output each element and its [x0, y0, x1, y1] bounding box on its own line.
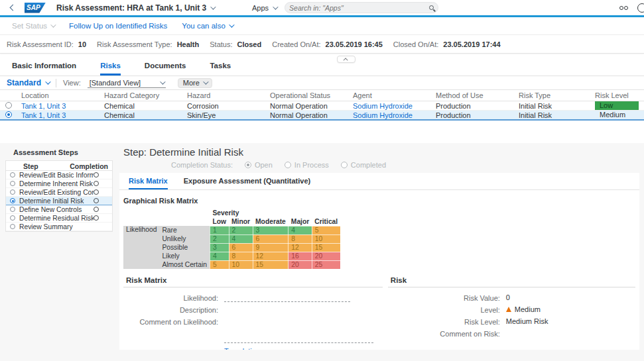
matrix-cell: 3 [253, 226, 289, 234]
follow-up-button[interactable]: Follow Up on Identified Risks [69, 22, 167, 30]
step-radio[interactable] [10, 172, 15, 178]
cell-location[interactable]: Tank 1, Unit 3 [16, 101, 99, 111]
more-button[interactable]: More [178, 78, 212, 88]
step-label: Define New Controls [19, 206, 94, 213]
you-can-also-button[interactable]: You can also [182, 22, 232, 30]
risks-table-header: Location Hazard Category Hazard Operatio… [0, 90, 644, 101]
set-status-button[interactable]: Set Status [12, 22, 54, 30]
col-risk-level[interactable]: Risk Level [590, 90, 644, 101]
matrix-cell: 12 [253, 252, 289, 260]
step-subtabs: Risk Matrix Exposure Assessment (Quantit… [119, 173, 639, 190]
translations-link[interactable]: Translations [224, 347, 373, 350]
you-can-also-label: You can also [182, 22, 225, 30]
forms-area: Risk Matrix Likelihood: Description: Com… [123, 276, 635, 350]
comment-risk-input[interactable] [506, 329, 606, 346]
radio-in-process[interactable] [285, 162, 291, 168]
select-column-header [0, 90, 16, 101]
comment-likelihood-input[interactable] [224, 317, 373, 335]
search-input[interactable] [289, 4, 429, 12]
app-title[interactable]: Risk Assessment: HRA at Tank 1, Unit 3 [56, 3, 214, 13]
step-row[interactable]: Determine Inherent Risk [6, 180, 112, 188]
back-icon[interactable] [10, 5, 17, 11]
col-location[interactable]: Location [16, 90, 99, 101]
subtab-risk-matrix[interactable]: Risk Matrix [129, 177, 168, 189]
step-row[interactable]: Review/Edit Existing Controls [6, 188, 112, 197]
risk-row[interactable]: Tank 1, Unit 3 Chemical Corrosion Normal… [0, 101, 644, 111]
likelihood-input[interactable] [224, 293, 350, 302]
row-radio[interactable] [5, 102, 12, 109]
profile-icon[interactable] [637, 3, 644, 13]
step-row[interactable]: Define New Controls [6, 205, 112, 214]
severity-columns-row: Low Minor Moderate Major Critical [123, 217, 340, 226]
col-method-of-use[interactable]: Method of Use [430, 90, 513, 101]
risk-value-row: Risk Value: 0 [388, 293, 635, 302]
completion-status-label: Completion Status: [171, 161, 233, 169]
step-radio[interactable] [10, 224, 15, 229]
header-field-status: Status: Closed [210, 40, 261, 48]
view-select[interactable]: [Standard View] [88, 78, 166, 88]
cell-location[interactable]: Tank 1, Unit 3 [16, 111, 99, 121]
assessment-steps-title: Assessment Steps [0, 143, 119, 160]
table-toolbar: Standard View: [Standard View] More [0, 76, 644, 90]
completion-option-in-process[interactable]: In Process [285, 161, 329, 169]
chevron-down-icon [273, 4, 278, 9]
comment-likelihood-row: Comment on Likelihood: Translations [123, 317, 383, 350]
risk-form-title: Risk [388, 276, 635, 287]
app-window: SAP Risk Assessment: HRA at Tank 1, Unit… [0, 0, 644, 361]
option-label: Completed [351, 161, 386, 169]
tab-basic-information[interactable]: Basic Information [12, 62, 76, 76]
radio-completed[interactable] [341, 162, 348, 168]
cell-agent[interactable]: Sodium Hydroxide [348, 111, 430, 121]
col-hazard-category[interactable]: Hazard Category [99, 90, 182, 101]
step-radio[interactable] [10, 198, 15, 203]
step-radio[interactable] [10, 189, 15, 195]
apps-label: Apps [252, 4, 269, 12]
comment-likelihood-input-line[interactable] [224, 335, 373, 343]
col-operational-status[interactable]: Operational Status [265, 90, 348, 101]
tab-risks[interactable]: Risks [100, 62, 121, 76]
standard-variant-dropdown[interactable]: Standard [7, 78, 49, 87]
radio-open[interactable] [245, 162, 251, 168]
binoculars-icon[interactable] [619, 6, 628, 10]
risk-row[interactable]: Tank 1, Unit 3 Chemical Skin/Eye Normal … [0, 111, 644, 121]
follow-up-label: Follow Up on Identified Risks [69, 22, 167, 30]
col-risk-type[interactable]: Risk Type [513, 90, 590, 101]
main-tabbar: Basic Information Risks Documents Tasks [0, 54, 644, 76]
row-radio[interactable] [5, 111, 12, 118]
step-radio[interactable] [10, 181, 15, 186]
search-icon[interactable] [429, 5, 434, 10]
step-radio[interactable] [10, 215, 15, 221]
col-hazard[interactable]: Hazard [182, 90, 265, 101]
step-row[interactable]: Determine Initial Risk [6, 197, 112, 205]
step-row[interactable]: Review/Edit Basic Information [6, 171, 112, 180]
risk-form: Risk Risk Value: 0 Level: Medium Risk Le… [388, 276, 635, 350]
apps-dropdown[interactable]: Apps [252, 4, 277, 12]
matrix-row-label: Likely [159, 252, 210, 260]
matrix-cell: 10 [312, 234, 340, 243]
col-agent[interactable]: Agent [348, 90, 430, 101]
graphical-risk-matrix: Severity Low Minor Moderate Major Critic… [123, 209, 341, 270]
tab-documents[interactable]: Documents [145, 62, 186, 76]
step-row[interactable]: Review Summary [6, 223, 112, 231]
cell-agent[interactable]: Sodium Hydroxide [348, 101, 430, 111]
comment-risk-input-line[interactable] [506, 346, 606, 350]
search-box[interactable] [285, 2, 438, 13]
graphical-risk-matrix-title: Graphical Risk Matrix [123, 197, 635, 205]
risk-matrix-form-title: Risk Matrix [123, 276, 383, 287]
tab-tasks[interactable]: Tasks [210, 62, 231, 76]
completion-circle-icon [94, 181, 99, 186]
cell-method-of-use: Production [430, 101, 513, 111]
chevron-down-icon [229, 22, 234, 27]
field-label: Closed On/At: [393, 40, 438, 48]
chevron-down-icon [160, 79, 165, 84]
collapse-header-button[interactable] [337, 56, 355, 63]
subtab-exposure-assessment[interactable]: Exposure Assessment (Quantitative) [184, 177, 311, 189]
field-label: Status: [210, 40, 232, 48]
step-radio[interactable] [10, 207, 15, 212]
completion-option-open[interactable]: Open [245, 161, 273, 169]
matrix-cell: 3 [210, 243, 229, 252]
step-row[interactable]: Determine Residual Risk [6, 214, 112, 223]
standard-label: Standard [7, 78, 41, 87]
risk-level-row: Risk Level: Medium Risk [388, 317, 635, 326]
completion-option-completed[interactable]: Completed [341, 161, 386, 169]
